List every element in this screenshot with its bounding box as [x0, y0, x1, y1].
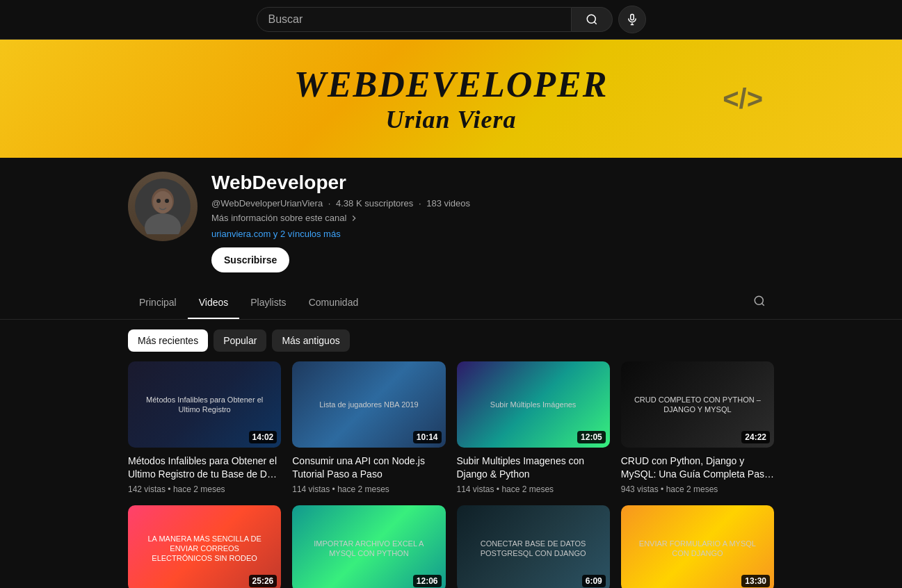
- svg-rect-2: [630, 15, 634, 20]
- video-card[interactable]: LA MANERA MÁS SENCILLA DE ENVIAR CORREOS…: [128, 505, 281, 588]
- thumbnail-text: CRUD COMPLETO CON PYTHON – DJANGO Y MYSQ…: [627, 389, 768, 420]
- mic-button[interactable]: [618, 6, 646, 33]
- video-card[interactable]: CRUD COMPLETO CON PYTHON – DJANGO Y MYSQ…: [621, 361, 774, 494]
- video-meta: 142 vistas • hace 2 meses: [128, 484, 281, 494]
- video-meta: 114 vistas • hace 2 meses: [457, 484, 610, 494]
- video-meta: 943 vistas • hace 2 meses: [621, 484, 774, 494]
- tab-comunidad[interactable]: Comunidad: [298, 287, 370, 319]
- channel-separator-1: ·: [328, 198, 331, 209]
- duration-badge: 12:06: [413, 575, 442, 587]
- search-button[interactable]: [572, 7, 613, 32]
- banner-code-symbol: </>: [723, 83, 763, 115]
- filter-bar: Más recientes Popular Más antiguos: [0, 320, 902, 361]
- thumbnail-wrapper: ENVIAR FORMULARIO A MYSQL CON DJANGO 13:…: [621, 505, 774, 588]
- svg-point-11: [755, 296, 763, 304]
- video-card[interactable]: Subir Múltiples Imágenes 12:05 Subir Mul…: [457, 361, 610, 494]
- header: [0, 0, 902, 40]
- channel-video-count: 183 videos: [426, 198, 470, 209]
- duration-badge: 24:22: [741, 431, 770, 443]
- thumbnail-text: Subir Múltiples Imágenes: [485, 394, 582, 415]
- search-input[interactable]: [257, 8, 571, 31]
- svg-point-9: [156, 199, 161, 203]
- channel-handle: @WebDeveloperUrianViera: [211, 198, 323, 209]
- svg-point-10: [165, 199, 169, 203]
- duration-badge: 6:09: [582, 575, 606, 587]
- search-tabs-icon: [753, 295, 766, 307]
- banner-title: WEBDEVELOPER: [294, 64, 609, 105]
- video-card[interactable]: Lista de jugadores NBA 2019 10:14 Consum…: [292, 361, 445, 494]
- avatar: [128, 172, 198, 241]
- thumbnail-text: IMPORTAR ARCHIVO EXCEL A MYSQL CON PYTHO…: [298, 533, 440, 564]
- thumbnail-text: LA MANERA MÁS SENCILLA DE ENVIAR CORREOS…: [134, 528, 275, 569]
- thumbnail-wrapper: LA MANERA MÁS SENCILLA DE ENVIAR CORREOS…: [128, 505, 281, 588]
- svg-line-1: [594, 22, 596, 24]
- video-title: Subir Multiples Imagenes con Django & Py…: [457, 455, 610, 482]
- search-icon: [586, 13, 598, 26]
- video-card[interactable]: Métodos Infalibles para Obtener el Ultim…: [128, 361, 281, 494]
- subscribe-button[interactable]: Suscribirse: [211, 247, 289, 272]
- thumbnail-wrapper: Lista de jugadores NBA 2019 10:14: [292, 361, 445, 448]
- thumbnail-wrapper: Subir Múltiples Imágenes 12:05: [457, 361, 610, 448]
- avatar-image: [128, 172, 198, 241]
- thumbnail-wrapper: CRUD COMPLETO CON PYTHON – DJANGO Y MYSQ…: [621, 361, 774, 448]
- tab-playlists[interactable]: Playlists: [239, 287, 297, 319]
- banner-text: WEBDEVELOPER Urian Viera: [294, 64, 609, 134]
- video-grid: Métodos Infalibles para Obtener el Ultim…: [0, 361, 902, 588]
- tab-videos[interactable]: Videos: [188, 287, 240, 319]
- video-card[interactable]: IMPORTAR ARCHIVO EXCEL A MYSQL CON PYTHO…: [292, 505, 445, 588]
- svg-line-12: [762, 303, 764, 305]
- video-meta: 114 vistas • hace 2 meses: [292, 484, 445, 494]
- video-title: CRUD con Python, Django y MySQL: Una Guí…: [621, 455, 774, 482]
- video-title: Métodos Infalibles para Obtener el Ultim…: [128, 455, 281, 482]
- video-card[interactable]: CONECTAR BASE DE DATOS POSTGRESQL CON DJ…: [457, 505, 610, 588]
- filter-oldest[interactable]: Más antiguos: [272, 329, 349, 352]
- channel-subscribers: 4.38 K suscriptores: [336, 198, 413, 209]
- duration-badge: 10:14: [413, 431, 442, 443]
- duration-badge: 13:30: [741, 575, 770, 587]
- chevron-right-icon: [349, 213, 359, 223]
- search-input-wrapper: [257, 7, 572, 32]
- video-title: Consumir una API con Node.js Tutorial Pa…: [292, 455, 445, 482]
- thumbnail-wrapper: Métodos Infalibles para Obtener el Ultim…: [128, 361, 281, 448]
- thumbnail-text: Lista de jugadores NBA 2019: [314, 394, 424, 415]
- video-card[interactable]: ENVIAR FORMULARIO A MYSQL CON DJANGO 13:…: [621, 505, 774, 588]
- banner-subtitle: Urian Viera: [294, 105, 609, 134]
- duration-badge: 14:02: [249, 431, 277, 443]
- channel-details: WebDeveloper @WebDeveloperUrianViera · 4…: [211, 172, 774, 272]
- channel-info: WebDeveloper @WebDeveloperUrianViera · 4…: [0, 158, 902, 286]
- thumbnail-wrapper: IMPORTAR ARCHIVO EXCEL A MYSQL CON PYTHO…: [292, 505, 445, 588]
- filter-recent[interactable]: Más recientes: [128, 329, 208, 352]
- svg-point-0: [587, 15, 595, 23]
- channel-meta: @WebDeveloperUrianViera · 4.38 K suscrip…: [211, 198, 774, 209]
- filter-popular[interactable]: Popular: [214, 329, 266, 352]
- mic-icon: [626, 13, 638, 26]
- channel-more-info[interactable]: Más información sobre este canal: [211, 213, 774, 223]
- thumbnail-text: CONECTAR BASE DE DATOS POSTGRESQL CON DJ…: [462, 533, 604, 564]
- tab-search-icon[interactable]: [745, 286, 774, 319]
- channel-tabs: Principal Videos Playlists Comunidad: [0, 286, 902, 320]
- search-bar: [257, 6, 646, 33]
- avatar-svg: [135, 179, 191, 234]
- thumbnail-text: ENVIAR FORMULARIO A MYSQL CON DJANGO: [627, 533, 768, 564]
- thumbnail-text: Métodos Infalibles para Obtener el Ultim…: [134, 389, 275, 420]
- duration-badge: 25:26: [249, 575, 277, 587]
- channel-banner: WEBDEVELOPER Urian Viera </>: [0, 40, 902, 158]
- channel-links[interactable]: urianviera.com y 2 vínculos más: [211, 229, 774, 239]
- channel-separator-2: ·: [419, 198, 421, 209]
- tab-principal[interactable]: Principal: [128, 287, 188, 319]
- channel-name: WebDeveloper: [211, 172, 774, 194]
- thumbnail-wrapper: CONECTAR BASE DE DATOS POSTGRESQL CON DJ…: [457, 505, 610, 588]
- duration-badge: 12:05: [577, 431, 606, 443]
